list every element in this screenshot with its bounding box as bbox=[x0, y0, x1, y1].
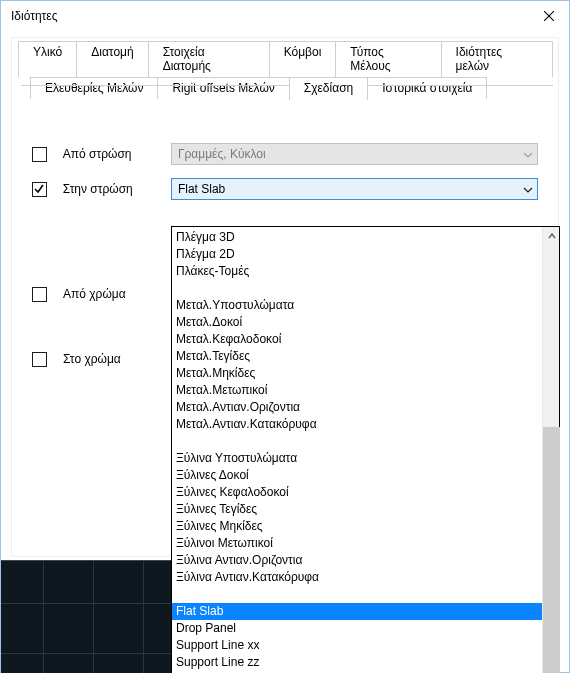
window-title: Ιδιότητες bbox=[11, 9, 57, 23]
from-color-checkbox[interactable] bbox=[32, 287, 47, 302]
dropdown-item[interactable]: Ξύλινες Μηκίδες bbox=[172, 518, 542, 535]
dropdown-item[interactable]: Ξύλινα Αντιαν.Κατακόρυφα bbox=[172, 569, 542, 586]
dropdown-item[interactable]: Ξύλινες Δοκοί bbox=[172, 467, 542, 484]
dropdown-item[interactable]: Drop Panel bbox=[172, 620, 542, 637]
from-color-label: Από χρώμα bbox=[63, 287, 173, 301]
dropdown-item[interactable]: Ξύλινες Κεφαλοδοκοί bbox=[172, 484, 542, 501]
dropdown-item[interactable]: Ξύλινες Τεγίδες bbox=[172, 501, 542, 518]
tab-διατομή[interactable]: Διατομή bbox=[76, 41, 148, 77]
dropdown-item[interactable]: Πλέγμα 3D bbox=[172, 229, 542, 246]
tab-ιστορικά-στοιχεία[interactable]: Ιστορικά στοιχεία bbox=[367, 77, 487, 99]
to-color-checkbox[interactable] bbox=[32, 352, 47, 367]
dropdown-item[interactable]: Μεταλ.Αντιαν.Κατακόρυφα bbox=[172, 416, 542, 433]
dropdown-item[interactable]: Μεταλ.Υποστυλώματα bbox=[172, 297, 542, 314]
dropdown-item[interactable]: Support Line zz bbox=[172, 654, 542, 671]
close-icon bbox=[544, 11, 554, 21]
tab-στοιχεία-διατομής[interactable]: Στοιχεία Διατομής bbox=[148, 41, 270, 77]
chevron-down-icon bbox=[523, 149, 533, 159]
dropdown-item[interactable]: Ξύλινοι Μετωπικοί bbox=[172, 535, 542, 552]
tab-σχεδίαση[interactable]: Σχεδίαση bbox=[289, 77, 368, 100]
to-layer-value: Flat Slab bbox=[178, 182, 225, 196]
dropdown-item[interactable]: Πλέγμα 2D bbox=[172, 246, 542, 263]
tab-υλικό[interactable]: Υλικό bbox=[18, 41, 77, 77]
to-color-label: Στο χρώμα bbox=[63, 352, 173, 366]
dropdown-item[interactable]: Ξύλινα Αντιαν.Οριζοντια bbox=[172, 552, 542, 569]
dropdown-item[interactable]: Support Line xx bbox=[172, 637, 542, 654]
dropdown-item[interactable]: Μεταλ.Δοκοί bbox=[172, 314, 542, 331]
titlebar: Ιδιότητες bbox=[1, 1, 569, 31]
dropdown-separator bbox=[172, 586, 542, 603]
scroll-up-button[interactable] bbox=[543, 227, 560, 244]
dropdown-item[interactable]: Μεταλ.Κεφαλοδοκοί bbox=[172, 331, 542, 348]
dropdown-list[interactable]: Μεταλλικές ΔοκοίΠλέγμα ΕπιφάνειαςΜαθηματ… bbox=[172, 227, 542, 673]
tab-ιδιότητες-μελών[interactable]: Ιδιότητες μελών bbox=[441, 41, 553, 77]
properties-dialog: Ιδιότητες Ελευθερίες ΜελώνRigit offsets … bbox=[0, 0, 570, 673]
dropdown-separator bbox=[172, 433, 542, 450]
tab-τύπος-μέλους[interactable]: Τύπος Μέλους bbox=[335, 41, 441, 77]
chevron-down-icon bbox=[523, 184, 533, 194]
dropdown-item[interactable]: Πλάκες-Τομές bbox=[172, 263, 542, 280]
tab-strip: Ελευθερίες ΜελώνRigit offsets ΜελώνΣχεδί… bbox=[12, 38, 558, 99]
scroll-thumb[interactable] bbox=[543, 427, 560, 673]
dropdown-separator bbox=[172, 280, 542, 297]
tab-rigit-offsets-μελών[interactable]: Rigit offsets Μελών bbox=[157, 77, 289, 99]
to-layer-dropdown[interactable]: Μεταλλικές ΔοκοίΠλέγμα ΕπιφάνειαςΜαθηματ… bbox=[171, 226, 560, 673]
from-layer-value: Γραμμές, Κύκλοι bbox=[178, 147, 266, 161]
to-layer-checkbox[interactable] bbox=[32, 182, 47, 197]
close-button[interactable] bbox=[529, 2, 569, 30]
from-layer-checkbox[interactable] bbox=[32, 147, 47, 162]
from-layer-label: Από στρώση bbox=[63, 147, 171, 161]
to-layer-combo[interactable]: Flat Slab bbox=[171, 178, 538, 200]
dropdown-item[interactable]: Ξύλινα Υποστυλώματα bbox=[172, 450, 542, 467]
tab-κόμβοι[interactable]: Κόμβοι bbox=[269, 41, 337, 77]
canvas-background bbox=[1, 560, 174, 673]
dropdown-item[interactable]: Μεταλ.Αντιαν.Οριζοντια bbox=[172, 399, 542, 416]
from-layer-combo: Γραμμές, Κύκλοι bbox=[171, 143, 538, 165]
to-layer-label: Στην στρώση bbox=[63, 182, 171, 196]
dropdown-scrollbar[interactable] bbox=[542, 227, 559, 673]
dropdown-item[interactable]: Μεταλ.Μηκίδες bbox=[172, 365, 542, 382]
dropdown-item[interactable]: Μεταλ.Μετωπικοί bbox=[172, 382, 542, 399]
dropdown-item[interactable]: Flat Slab bbox=[172, 603, 542, 620]
dropdown-item[interactable]: Μεταλ.Τεγίδες bbox=[172, 348, 542, 365]
from-layer-row: Από στρώση Γραμμές, Κύκλοι bbox=[32, 143, 538, 165]
to-layer-row: Στην στρώση Flat Slab bbox=[32, 178, 538, 200]
tab-ελευθερίες-μελών[interactable]: Ελευθερίες Μελών bbox=[30, 77, 158, 99]
